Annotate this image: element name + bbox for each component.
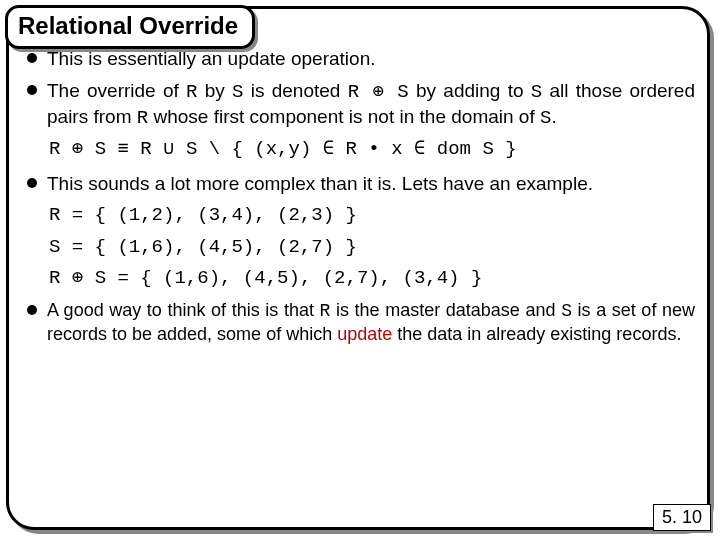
- code-S: S: [531, 81, 542, 103]
- text: is denoted: [243, 80, 347, 101]
- code-R: R: [186, 81, 197, 103]
- bullet-dot-icon: [27, 53, 37, 63]
- text: whose first component is not in the doma…: [148, 106, 540, 127]
- slide-content: This is essentially an update operation.…: [27, 47, 695, 353]
- slide-title: Relational Override: [5, 5, 255, 49]
- text: The override of: [47, 80, 186, 101]
- bullet-2: The override of R by S is denoted R ⊕ S …: [27, 79, 695, 131]
- bullet-dot-icon: [27, 305, 37, 315]
- text: by adding to: [409, 80, 531, 101]
- text: is the master database and: [330, 300, 561, 320]
- definition-formula: R ⊕ S ≡ R ∪ S \ { (x,y) ∈ R • x ∈ dom S …: [49, 138, 695, 162]
- code-R: R: [137, 107, 148, 129]
- text: .: [551, 106, 556, 127]
- bullet-1: This is essentially an update operation.: [27, 47, 695, 71]
- code-R: R: [320, 301, 331, 321]
- bullet-2-text: The override of R by S is denoted R ⊕ S …: [47, 79, 695, 131]
- example-R: R = { (1,2), (3,4), (2,3) }: [49, 204, 695, 228]
- example-result: R ⊕ S = { (1,6), (4,5), (2,7), (3,4) }: [49, 267, 695, 291]
- code-S: S: [232, 81, 243, 103]
- slide-frame: Relational Override This is essentially …: [6, 6, 710, 530]
- bullet-3-text: This sounds a lot more complex than it i…: [47, 172, 695, 196]
- bullet-4: A good way to think of this is that R is…: [27, 299, 695, 345]
- code-S: S: [561, 301, 572, 321]
- text: by: [197, 80, 232, 101]
- highlight-update: update: [337, 324, 392, 344]
- bullet-4-text: A good way to think of this is that R is…: [47, 299, 695, 345]
- bullet-1-text: This is essentially an update operation.: [47, 47, 695, 71]
- examples-block: R = { (1,2), (3,4), (2,3) } S = { (1,6),…: [49, 204, 695, 291]
- code-expr: R ⊕ S: [348, 81, 409, 103]
- code-S: S: [540, 107, 551, 129]
- text: A good way to think of this is that: [47, 300, 320, 320]
- bullet-dot-icon: [27, 178, 37, 188]
- bullet-dot-icon: [27, 85, 37, 95]
- page-number: 5. 10: [653, 504, 711, 531]
- bullet-3: This sounds a lot more complex than it i…: [27, 172, 695, 196]
- example-S: S = { (1,6), (4,5), (2,7) }: [49, 236, 695, 260]
- text: the data in already existing records.: [392, 324, 681, 344]
